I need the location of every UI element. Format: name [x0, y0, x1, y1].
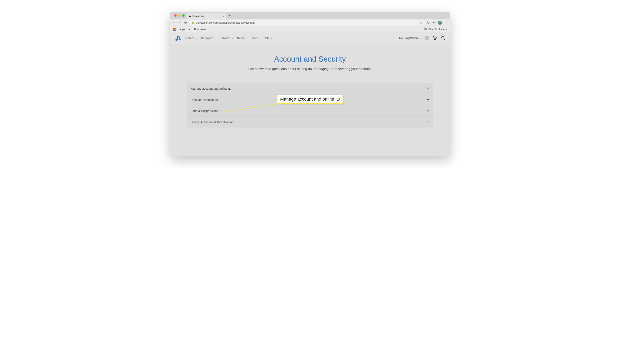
maximize-window-button[interactable] — [182, 14, 185, 17]
url-text: playstation.com/en-us/support/contact-us… — [196, 21, 254, 24]
minimize-window-button[interactable] — [178, 14, 181, 17]
menu-icon[interactable]: ⋮ — [445, 21, 448, 25]
bookmarks-bar: Apps ★ Bookmarks Other Bookmarks — [170, 26, 450, 32]
accordion-item-recover-account[interactable]: Recover my account + — [187, 94, 433, 105]
accordion-item-manage-account[interactable]: Manage account and online ID + — [187, 83, 433, 94]
page-title: Account and Security — [170, 55, 450, 63]
site-nav: Games⌄ Hardware⌄ Services⌄ News⌄ Shop⌄ H… — [170, 32, 450, 44]
nav-hardware[interactable]: Hardware⌄ — [201, 37, 216, 40]
accordion-item-bans[interactable]: Bans & Suspensions + — [187, 105, 433, 116]
svg-point-0 — [434, 39, 435, 40]
chevron-down-icon: ⌄ — [270, 37, 272, 39]
toolbar-right: ↻ ✦ ⋮ — [427, 21, 448, 25]
nav-menu: Games⌄ Hardware⌄ Services⌄ News⌄ Shop⌄ H… — [185, 37, 272, 40]
back-button[interactable]: ← — [172, 21, 175, 25]
plus-icon: + — [427, 109, 429, 113]
search-icon[interactable] — [441, 36, 445, 40]
chevron-down-icon: ⌄ — [245, 37, 247, 39]
plus-icon: + — [427, 97, 429, 102]
accordion-label: Bans & Suspensions — [191, 109, 218, 113]
svg-point-1 — [435, 39, 436, 40]
nav-help[interactable]: Help⌄ — [264, 37, 272, 40]
browser-window: ⬣ Contact us × + ← → ⟳ 🔒 playstation.com… — [170, 12, 450, 156]
user-avatar[interactable] — [425, 36, 429, 40]
chevron-down-icon: ⌄ — [195, 37, 197, 39]
page-subtitle: Get answers to questions about setting u… — [170, 67, 450, 71]
accordion-label: Device Activation & Deactivation — [191, 120, 233, 124]
browser-toolbar: ← → ⟳ 🔒 playstation.com/en-us/support/co… — [170, 19, 450, 26]
nav-games[interactable]: Games⌄ — [185, 37, 197, 40]
accordion-label: Recover my account — [191, 98, 218, 101]
nav-services[interactable]: Services⌄ — [220, 37, 233, 40]
playstation-favicon-icon: ⬣ — [189, 15, 191, 17]
folder-icon — [424, 28, 427, 30]
svg-point-2 — [442, 36, 444, 39]
other-bookmarks[interactable]: Other Bookmarks — [424, 28, 447, 31]
lock-icon: 🔒 — [192, 21, 194, 24]
bookmark-star-icon[interactable]: ☆ — [420, 21, 422, 24]
new-tab-button[interactable]: + — [229, 14, 231, 18]
browser-tab[interactable]: ⬣ Contact us × — [186, 13, 227, 19]
accordion-label: Manage account and online ID — [191, 87, 231, 90]
apps-link[interactable]: Apps — [179, 28, 185, 31]
nav-controls: ← → ⟳ — [172, 21, 187, 25]
tab-title: Contact us — [192, 15, 204, 17]
playstation-logo-icon[interactable] — [175, 36, 181, 41]
chevron-down-icon: ⌄ — [214, 37, 216, 39]
address-bar[interactable]: 🔒 playstation.com/en-us/support/contact-… — [189, 20, 425, 26]
accordion: Manage account and online ID + Recover m… — [187, 83, 433, 128]
chevron-down-icon: ⌄ — [258, 37, 260, 39]
cart-icon[interactable] — [433, 36, 437, 40]
nav-news[interactable]: News⌄ — [237, 37, 247, 40]
extensions-icon[interactable]: ✦ — [433, 21, 435, 25]
chevron-down-icon: ⌄ — [232, 37, 233, 39]
forward-button[interactable]: → — [178, 21, 181, 25]
profile-avatar[interactable] — [438, 21, 442, 25]
plus-icon: + — [427, 120, 429, 124]
window-controls — [172, 14, 186, 17]
bookmark-star-icon: ★ — [188, 28, 191, 31]
chevron-down-icon: ⌄ — [419, 37, 421, 39]
my-playstation-menu[interactable]: My PlayStation ⌄ — [399, 37, 421, 40]
site-nav-right: My PlayStation ⌄ — [399, 36, 445, 40]
page-body: Account and Security Get answers to ques… — [170, 44, 450, 156]
tab-bar: ⬣ Contact us × + — [170, 12, 450, 19]
update-icon[interactable]: ↻ — [427, 21, 430, 25]
nav-shop[interactable]: Shop⌄ — [251, 37, 260, 40]
bookmarks-link[interactable]: Bookmarks — [194, 28, 206, 31]
page-content: Games⌄ Hardware⌄ Services⌄ News⌄ Shop⌄ H… — [170, 32, 450, 156]
other-bookmarks-label: Other Bookmarks — [428, 28, 447, 31]
accordion-item-device-activation[interactable]: Device Activation & Deactivation + — [187, 116, 433, 128]
apps-icon[interactable] — [173, 28, 176, 31]
close-window-button[interactable] — [174, 14, 177, 17]
reload-button[interactable]: ⟳ — [184, 21, 187, 25]
plus-icon: + — [427, 86, 429, 91]
close-tab-button[interactable]: × — [222, 15, 224, 18]
